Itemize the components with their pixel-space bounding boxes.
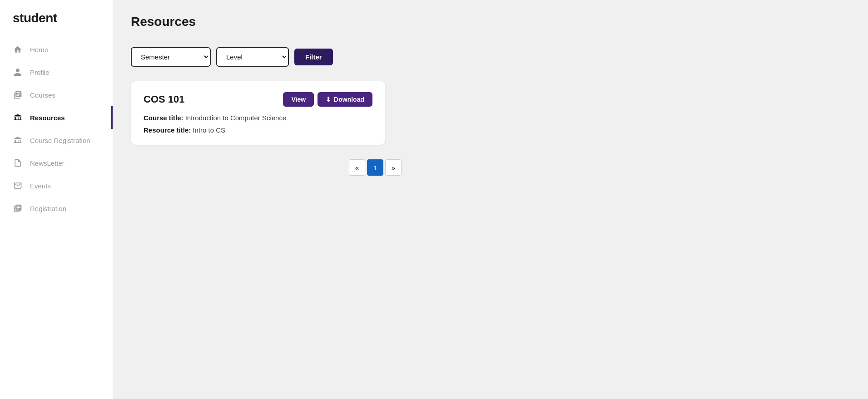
home-icon: [13, 44, 23, 54]
sidebar-item-resources[interactable]: Resources: [0, 106, 113, 129]
sidebar-item-courses-label: Courses: [30, 91, 55, 99]
sidebar-item-resources-label: Resources: [30, 114, 65, 122]
sidebar-nav: Home Profile Courses: [0, 34, 113, 223]
sidebar-item-home-label: Home: [30, 46, 48, 54]
resource-actions: View ⬇ Download: [283, 92, 372, 107]
courses-icon: [13, 90, 23, 100]
main-content: Resources Semester First Semester Second…: [113, 0, 868, 399]
reg-icon: [13, 203, 23, 213]
pagination: « 1 »: [349, 159, 850, 176]
filter-button[interactable]: Filter: [294, 49, 333, 65]
sidebar: student Home Profile: [0, 0, 113, 399]
course-title-label: Course title:: [144, 114, 184, 122]
sidebar-item-events[interactable]: Events: [0, 174, 113, 197]
resource-title-value: Intro to CS: [193, 126, 225, 134]
resources-icon: [13, 113, 23, 123]
filter-row: Semester First Semester Second Semester …: [131, 47, 850, 67]
pagination-next[interactable]: »: [385, 159, 402, 176]
sidebar-item-newsletter[interactable]: NewsLetter: [0, 152, 113, 174]
course-title-line: Course title: Introduction to Computer S…: [144, 114, 372, 122]
newsletter-icon: [13, 158, 23, 168]
sidebar-item-events-label: Events: [30, 182, 51, 190]
resource-title-label: Resource title:: [144, 126, 191, 134]
download-icon: ⬇: [326, 96, 331, 103]
pagination-prev[interactable]: «: [349, 159, 365, 176]
course-registration-icon: [13, 135, 23, 145]
page-title: Resources: [131, 15, 850, 29]
resource-card: COS 101 View ⬇ Download Course title: In…: [131, 81, 385, 145]
resource-title-line: Resource title: Intro to CS: [144, 126, 372, 134]
sidebar-item-profile-label: Profile: [30, 69, 50, 76]
download-button[interactable]: ⬇ Download: [317, 92, 372, 107]
download-label: Download: [334, 96, 364, 103]
view-button[interactable]: View: [283, 92, 314, 107]
course-code: COS 101: [144, 94, 185, 105]
profile-icon: [13, 67, 23, 77]
brand-title: student: [0, 0, 113, 34]
sidebar-item-home[interactable]: Home: [0, 38, 113, 61]
semester-select[interactable]: Semester First Semester Second Semester: [131, 47, 211, 67]
resource-card-header: COS 101 View ⬇ Download: [144, 92, 372, 107]
pagination-page-1[interactable]: 1: [367, 159, 383, 176]
sidebar-item-course-registration[interactable]: Course Registration: [0, 129, 113, 152]
sidebar-item-newsletter-label: NewsLetter: [30, 159, 64, 167]
sidebar-item-profile[interactable]: Profile: [0, 61, 113, 84]
sidebar-item-registration-label: Registration: [30, 205, 66, 212]
events-icon: [13, 181, 23, 191]
sidebar-item-courses[interactable]: Courses: [0, 84, 113, 106]
sidebar-item-course-registration-label: Course Registration: [30, 137, 90, 144]
resource-info: Course title: Introduction to Computer S…: [144, 114, 372, 134]
sidebar-item-registration[interactable]: Registration: [0, 197, 113, 220]
level-select[interactable]: Level 100 200 300 400 500: [216, 47, 289, 67]
course-title-value: Introduction to Computer Science: [185, 114, 287, 122]
